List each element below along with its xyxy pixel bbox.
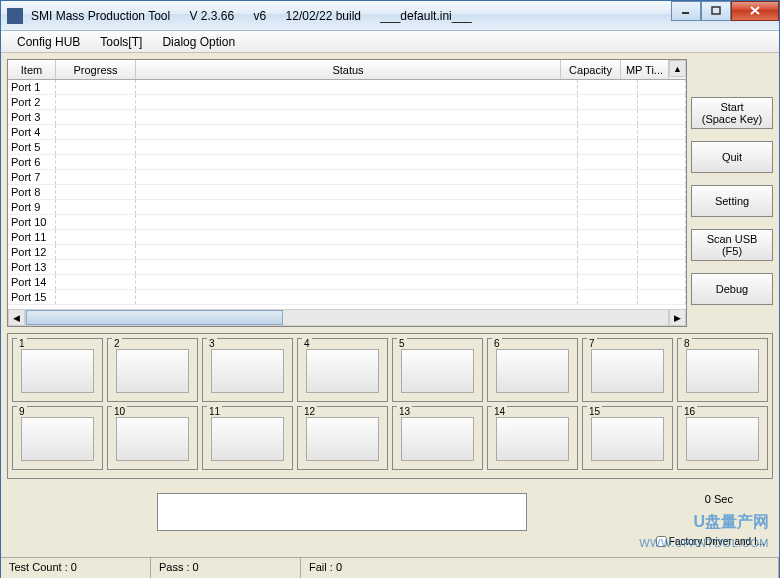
port-label: Port 3 — [8, 110, 56, 124]
port-grid: 12345678 910111213141516 — [7, 333, 773, 479]
port-label: Port 9 — [8, 200, 56, 214]
scroll-right-icon[interactable]: ▶ — [669, 309, 686, 326]
port-slot[interactable] — [211, 349, 284, 393]
minimize-button[interactable] — [671, 1, 701, 21]
port-slot[interactable] — [306, 417, 379, 461]
table-row[interactable]: Port 7 — [8, 170, 686, 185]
port-label: Port 1 — [8, 80, 56, 94]
port-number: 14 — [492, 406, 507, 417]
table-row[interactable]: Port 8 — [8, 185, 686, 200]
port-slot[interactable] — [401, 349, 474, 393]
port-number: 4 — [302, 338, 312, 349]
port-label: Port 10 — [8, 215, 56, 229]
statusbar: Test Count : 0 Pass : 0 Fail : 0 — [1, 557, 779, 578]
port-box-15: 15 — [582, 406, 673, 470]
scroll-left-icon[interactable]: ◀ — [8, 309, 25, 326]
port-number: 5 — [397, 338, 407, 349]
col-capacity[interactable]: Capacity — [561, 60, 621, 79]
table-row[interactable]: Port 11 — [8, 230, 686, 245]
table-row[interactable]: Port 15 — [8, 290, 686, 305]
table-row[interactable]: Port 6 — [8, 155, 686, 170]
port-label: Port 4 — [8, 125, 56, 139]
port-box-9: 9 — [12, 406, 103, 470]
port-box-10: 10 — [107, 406, 198, 470]
port-slot[interactable] — [686, 349, 759, 393]
port-slot[interactable] — [401, 417, 474, 461]
table-row[interactable]: Port 5 — [8, 140, 686, 155]
port-slot[interactable] — [591, 349, 664, 393]
table-row[interactable]: Port 10 — [8, 215, 686, 230]
table-row[interactable]: Port 3 — [8, 110, 686, 125]
port-slot[interactable] — [116, 349, 189, 393]
col-item[interactable]: Item — [8, 60, 56, 79]
menubar: Config HUB Tools[T] Dialog Option — [1, 31, 779, 53]
setting-button[interactable]: Setting — [691, 185, 773, 217]
table-row[interactable]: Port 4 — [8, 125, 686, 140]
port-label: Port 15 — [8, 290, 56, 304]
table-row[interactable]: Port 13 — [8, 260, 686, 275]
port-slot[interactable] — [496, 417, 569, 461]
elapsed-seconds: 0 Sec — [705, 493, 733, 505]
factory-driver-checkbox[interactable]: Factory Driver and I... — [656, 536, 765, 547]
port-number: 9 — [17, 406, 27, 417]
port-box-13: 13 — [392, 406, 483, 470]
port-box-8: 8 — [677, 338, 768, 402]
svg-rect-1 — [712, 7, 720, 14]
port-box-11: 11 — [202, 406, 293, 470]
status-fail: Fail : 0 — [301, 558, 779, 578]
menu-dialog-option[interactable]: Dialog Option — [152, 33, 245, 51]
menu-tools[interactable]: Tools[T] — [90, 33, 152, 51]
port-number: 10 — [112, 406, 127, 417]
port-slot[interactable] — [21, 349, 94, 393]
col-status[interactable]: Status — [136, 60, 561, 79]
quit-button[interactable]: Quit — [691, 141, 773, 173]
table-row[interactable]: Port 1 — [8, 80, 686, 95]
port-number: 11 — [207, 406, 222, 417]
port-number: 15 — [587, 406, 602, 417]
port-slot[interactable] — [116, 417, 189, 461]
port-number: 8 — [682, 338, 692, 349]
port-number: 2 — [112, 338, 122, 349]
port-label: Port 6 — [8, 155, 56, 169]
table-row[interactable]: Port 9 — [8, 200, 686, 215]
port-box-4: 4 — [297, 338, 388, 402]
horizontal-scrollbar[interactable]: ◀ ▶ — [8, 309, 686, 326]
port-box-7: 7 — [582, 338, 673, 402]
status-pass: Pass : 0 — [151, 558, 301, 578]
start-button[interactable]: Start(Space Key) — [691, 97, 773, 129]
port-box-16: 16 — [677, 406, 768, 470]
port-slot[interactable] — [211, 417, 284, 461]
port-label: Port 13 — [8, 260, 56, 274]
port-box-2: 2 — [107, 338, 198, 402]
table-row[interactable]: Port 12 — [8, 245, 686, 260]
port-number: 6 — [492, 338, 502, 349]
table-row[interactable]: Port 2 — [8, 95, 686, 110]
port-box-3: 3 — [202, 338, 293, 402]
table-row[interactable]: Port 14 — [8, 275, 686, 290]
menu-config-hub[interactable]: Config HUB — [7, 33, 90, 51]
port-slot[interactable] — [21, 417, 94, 461]
port-label: Port 2 — [8, 95, 56, 109]
port-slot[interactable] — [306, 349, 379, 393]
port-box-1: 1 — [12, 338, 103, 402]
port-slot[interactable] — [496, 349, 569, 393]
scroll-thumb[interactable] — [26, 310, 283, 325]
status-test-count: Test Count : 0 — [1, 558, 151, 578]
maximize-button[interactable] — [701, 1, 731, 21]
close-button[interactable] — [731, 1, 779, 21]
port-number: 16 — [682, 406, 697, 417]
app-icon — [7, 8, 23, 24]
col-mp-time[interactable]: MP Ti... — [621, 60, 669, 79]
scroll-up-icon[interactable]: ▲ — [669, 60, 686, 77]
factory-driver-input[interactable] — [656, 536, 667, 547]
port-box-6: 6 — [487, 338, 578, 402]
port-box-14: 14 — [487, 406, 578, 470]
port-number: 7 — [587, 338, 597, 349]
port-slot[interactable] — [686, 417, 759, 461]
col-progress[interactable]: Progress — [56, 60, 136, 79]
scan-usb-button[interactable]: Scan USB(F5) — [691, 229, 773, 261]
debug-button[interactable]: Debug — [691, 273, 773, 305]
port-slot[interactable] — [591, 417, 664, 461]
port-table: Item Progress Status Capacity MP Ti... ▲… — [7, 59, 687, 327]
port-label: Port 11 — [8, 230, 56, 244]
